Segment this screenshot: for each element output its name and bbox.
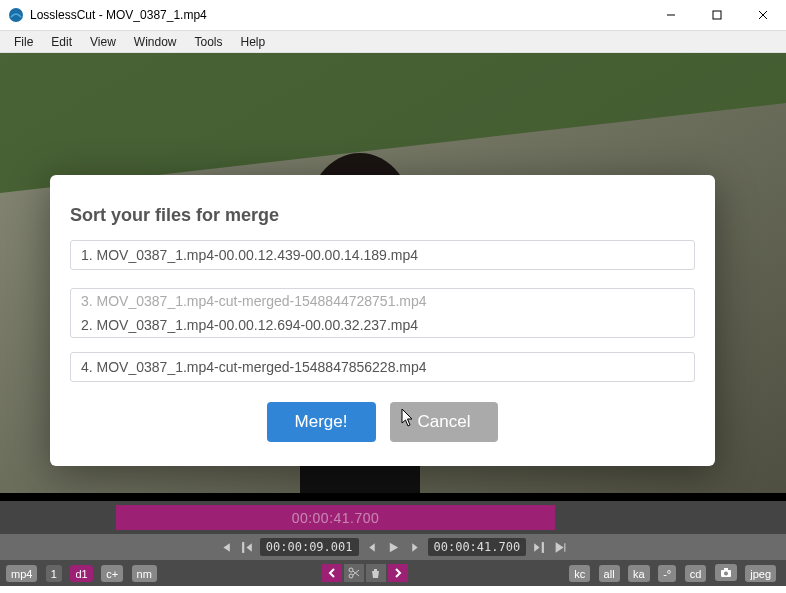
- status-right: kc all ka -° cd jpeg: [569, 564, 780, 583]
- chip-d1[interactable]: d1: [70, 565, 92, 582]
- chip-nm[interactable]: nm: [132, 565, 157, 582]
- menu-tools[interactable]: Tools: [187, 33, 231, 51]
- merge-file-item-dragging[interactable]: 3. MOV_0387_1.mp4-cut-merged-15488447287…: [71, 289, 694, 313]
- merge-file-item[interactable]: 4. MOV_0387_1.mp4-cut-merged-15488478562…: [70, 352, 695, 382]
- divider: [0, 493, 786, 501]
- menu-edit[interactable]: Edit: [43, 33, 80, 51]
- menubar: File Edit View Window Tools Help: [0, 31, 786, 53]
- prev-seg-icon[interactable]: [322, 564, 342, 582]
- maximize-button[interactable]: [694, 0, 740, 30]
- scissors-icon[interactable]: [344, 564, 364, 582]
- timeline[interactable]: 00:00:41.700: [0, 501, 786, 534]
- step-fwd-icon[interactable]: [406, 540, 425, 555]
- svg-point-12: [349, 568, 353, 572]
- merge-file-item[interactable]: 1. MOV_0387_1.mp4-00.00.12.439-00.00.14.…: [70, 240, 695, 270]
- svg-rect-16: [724, 568, 728, 570]
- titlebar: LosslessCut - MOV_0387_1.mp4: [0, 0, 786, 31]
- skip-prev-icon[interactable]: [216, 540, 235, 555]
- menu-window[interactable]: Window: [126, 33, 185, 51]
- chip-format[interactable]: mp4: [6, 565, 37, 582]
- cancel-button[interactable]: Cancel: [390, 402, 499, 442]
- timeline-segment[interactable]: 00:00:41.700: [116, 505, 555, 530]
- skip-next-icon[interactable]: [551, 540, 570, 555]
- svg-rect-2: [713, 11, 721, 19]
- app-icon: [8, 7, 24, 23]
- chip-cplus[interactable]: c+: [101, 565, 123, 582]
- status-mid: [322, 564, 408, 582]
- trash-icon[interactable]: [366, 564, 386, 582]
- svg-point-0: [9, 8, 23, 22]
- svg-rect-10: [242, 542, 244, 553]
- merge-button[interactable]: Merge!: [267, 402, 376, 442]
- camera-icon[interactable]: [715, 564, 737, 581]
- chip-kc[interactable]: kc: [569, 565, 590, 582]
- set-start-icon[interactable]: [238, 540, 257, 555]
- step-back-icon[interactable]: [362, 540, 381, 555]
- svg-point-15: [724, 571, 728, 575]
- close-button[interactable]: [740, 0, 786, 30]
- merge-file-group: 3. MOV_0387_1.mp4-cut-merged-15488447287…: [70, 288, 695, 338]
- status-left: mp4 1 d1 c+ nm: [6, 564, 161, 583]
- chip-rotation[interactable]: -°: [658, 565, 676, 582]
- menu-help[interactable]: Help: [233, 33, 274, 51]
- play-icon[interactable]: [384, 540, 403, 555]
- cut-start-timecode[interactable]: 00:00:09.001: [260, 538, 359, 556]
- menu-file[interactable]: File: [6, 33, 41, 51]
- video-preview: Sort your files for merge 1. MOV_0387_1.…: [0, 53, 786, 493]
- set-end-icon[interactable]: [529, 540, 548, 555]
- dialog-heading: Sort your files for merge: [70, 205, 695, 226]
- playback-controls: 00:00:09.001 00:00:41.700: [0, 534, 786, 560]
- window-title: LosslessCut - MOV_0387_1.mp4: [30, 8, 207, 22]
- chip-segcount[interactable]: 1: [46, 565, 62, 582]
- cut-end-timecode[interactable]: 00:00:41.700: [428, 538, 527, 556]
- svg-point-13: [349, 574, 353, 578]
- chip-cd[interactable]: cd: [685, 565, 707, 582]
- menu-view[interactable]: View: [82, 33, 124, 51]
- merge-file-item[interactable]: 2. MOV_0387_1.mp4-00.00.12.694-00.00.32.…: [71, 313, 694, 337]
- status-bar: mp4 1 d1 c+ nm kc all ka -° cd jpeg: [0, 560, 786, 586]
- minimize-button[interactable]: [648, 0, 694, 30]
- next-seg-icon[interactable]: [388, 564, 408, 582]
- chip-jpeg[interactable]: jpeg: [745, 565, 776, 582]
- svg-rect-11: [542, 542, 544, 553]
- merge-sort-dialog: Sort your files for merge 1. MOV_0387_1.…: [50, 175, 715, 466]
- chip-all[interactable]: all: [599, 565, 620, 582]
- chip-ka[interactable]: ka: [628, 565, 650, 582]
